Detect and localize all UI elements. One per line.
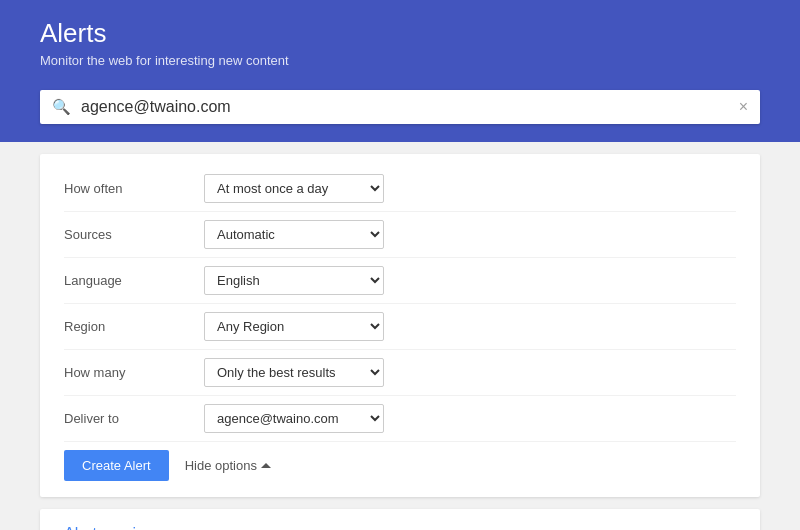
button-row: Create Alert Hide options xyxy=(64,450,736,481)
search-input[interactable] xyxy=(81,98,739,116)
options-card: How often At most once a day As-it-happe… xyxy=(40,154,760,497)
label-region: Region xyxy=(64,319,204,334)
select-deliver-to[interactable]: agence@twaino.com xyxy=(204,404,384,433)
page-title: Alerts xyxy=(40,18,760,49)
hide-options-button[interactable]: Hide options xyxy=(185,458,271,473)
select-region[interactable]: Any Region United States United Kingdom xyxy=(204,312,384,341)
header: Alerts Monitor the web for interesting n… xyxy=(0,0,800,90)
select-how-many[interactable]: Only the best results All results xyxy=(204,358,384,387)
form-row-how-often: How often At most once a day As-it-happe… xyxy=(64,166,736,212)
label-deliver-to: Deliver to xyxy=(64,411,204,426)
search-bar-wrapper: 🔍 × xyxy=(0,90,800,142)
main-content: How often At most once a day As-it-happe… xyxy=(0,142,800,530)
search-bar: 🔍 × xyxy=(40,90,760,124)
hide-options-label: Hide options xyxy=(185,458,257,473)
label-sources: Sources xyxy=(64,227,204,242)
form-row-language: Language English French Spanish xyxy=(64,258,736,304)
preview-card: Alert preview There are no recent result… xyxy=(40,509,760,530)
preview-title: Alert preview xyxy=(64,525,736,530)
label-how-often: How often xyxy=(64,181,204,196)
select-language[interactable]: English French Spanish xyxy=(204,266,384,295)
label-language: Language xyxy=(64,273,204,288)
close-icon[interactable]: × xyxy=(739,99,748,115)
form-row-sources: Sources Automatic News Blogs Web xyxy=(64,212,736,258)
create-alert-button[interactable]: Create Alert xyxy=(64,450,169,481)
select-sources[interactable]: Automatic News Blogs Web xyxy=(204,220,384,249)
form-row-how-many: How many Only the best results All resul… xyxy=(64,350,736,396)
header-subtitle: Monitor the web for interesting new cont… xyxy=(40,53,760,68)
label-how-many: How many xyxy=(64,365,204,380)
form-row-deliver-to: Deliver to agence@twaino.com xyxy=(64,396,736,442)
form-row-region: Region Any Region United States United K… xyxy=(64,304,736,350)
search-icon: 🔍 xyxy=(52,98,71,116)
chevron-up-icon xyxy=(261,463,271,468)
select-how-often[interactable]: At most once a day As-it-happens At most… xyxy=(204,174,384,203)
